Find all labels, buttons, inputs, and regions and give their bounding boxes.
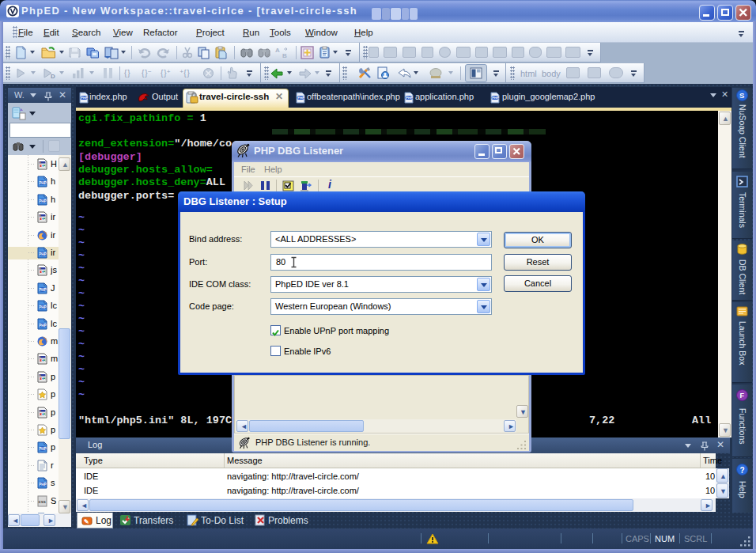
svg-text:PHP: PHP [39, 288, 46, 292]
svg-text:PHP: PHP [39, 199, 46, 203]
svg-text:A: A [275, 47, 280, 54]
svg-text:PHP: PHP [406, 96, 413, 100]
svg-text:PHP: PHP [81, 96, 88, 100]
svg-text:css: css [39, 499, 46, 504]
svg-text:✎: ✎ [84, 518, 89, 525]
svg-text:?: ? [740, 466, 745, 475]
svg-text:D: D [51, 73, 55, 80]
svg-text:PHP: PHP [39, 447, 46, 451]
svg-text:PHP: PHP [39, 181, 46, 185]
svg-text:PHP: PHP [297, 96, 304, 100]
svg-text:F: F [740, 392, 745, 400]
svg-text:PHP: PHP [39, 305, 46, 309]
svg-text:S: S [739, 91, 744, 100]
svg-text:PHP: PHP [39, 324, 46, 328]
svg-text:PHP: PHP [39, 252, 46, 256]
svg-text:PHP: PHP [39, 483, 46, 487]
svg-text:B: B [282, 52, 287, 59]
svg-text:PHP: PHP [492, 96, 499, 100]
